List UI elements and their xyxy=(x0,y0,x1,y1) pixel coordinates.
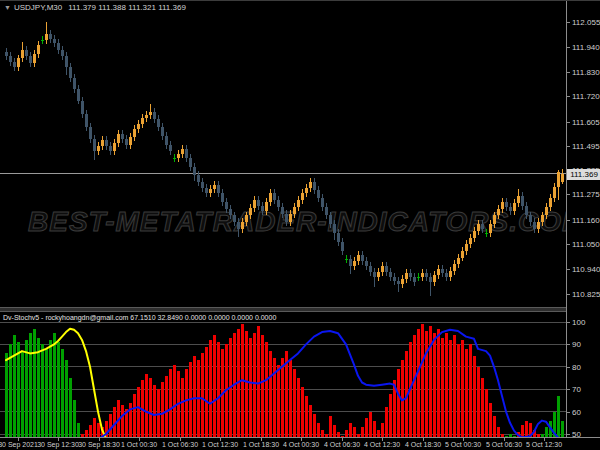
price-axis-tick xyxy=(567,122,570,123)
candlestick-plot xyxy=(0,1,566,307)
time-axis-label: 1 Oct 12:30 xyxy=(202,441,238,448)
time-axis-label: 1 Oct 06:30 xyxy=(162,441,198,448)
price-axis-label: 111.605 xyxy=(572,118,600,127)
indicator-scale-tick xyxy=(567,322,570,323)
price-axis-label: 111.720 xyxy=(572,92,600,101)
price-axis-label: 110.825 xyxy=(572,290,600,299)
price-axis-label: 111.940 xyxy=(572,43,600,52)
pane-splitter[interactable] xyxy=(0,307,600,312)
mt4-chart-window: BEST-METATRADER-INDICATORS.COM ▼USDJPY,M… xyxy=(0,0,600,450)
ohlc-values-label: 111.379 111.388 111.321 111.369 xyxy=(68,3,186,12)
indicator-scale-tick xyxy=(567,367,570,368)
symbol-period-label: USDJPY,M30 xyxy=(14,3,62,12)
histogram-bars xyxy=(5,324,564,437)
time-axis-label: 4 Oct 00:30 xyxy=(283,441,319,448)
indicator-scale-label: 90 xyxy=(572,340,581,349)
indicator-scale-tick xyxy=(567,344,570,345)
price-axis-tick xyxy=(567,47,570,48)
time-axis-label: 30 Sep 2021 xyxy=(0,441,38,448)
price-axis-label: 111.495 xyxy=(572,142,600,151)
price-axis-tick xyxy=(567,244,570,245)
time-axis-label: 1 Oct 00:30 xyxy=(121,441,157,448)
indicator-scale-label: 70 xyxy=(572,385,581,394)
price-axis-tick xyxy=(567,220,570,221)
time-axis-label: 4 Oct 18:30 xyxy=(405,441,441,448)
indicator-scale-tick xyxy=(567,389,570,390)
time-axis-label: 5 Oct 00:30 xyxy=(445,441,481,448)
time-axis-label: 30 Sep 12:30 xyxy=(37,441,79,448)
indicator-scale-label: 80 xyxy=(572,363,581,372)
price-axis-label: 111.830 xyxy=(572,68,600,77)
indicator-plot xyxy=(0,312,566,437)
price-axis-label: 111.275 xyxy=(572,190,600,199)
time-axis[interactable]: 30 Sep 202130 Sep 12:3030 Sep 18:301 Oct… xyxy=(0,437,600,450)
indicator-pane[interactable]: Dv-Stochv5 - rockyhoangdn@gmail.com 67.1… xyxy=(0,312,566,437)
time-axis-label: 30 Sep 18:30 xyxy=(78,441,120,448)
price-axis-label: 110.940 xyxy=(572,265,600,274)
price-axis-tick xyxy=(567,194,570,195)
indicator-scale-label: 100 xyxy=(572,318,585,327)
price-axis-tick xyxy=(567,294,570,295)
time-axis-label: 5 Oct 12:30 xyxy=(526,441,562,448)
price-axis-tick xyxy=(567,96,570,97)
time-axis-label: 5 Oct 06:30 xyxy=(486,441,522,448)
indicator-scale-tick xyxy=(567,412,570,413)
price-axis-label: 112.055 xyxy=(572,18,600,27)
time-axis-label: 4 Oct 12:30 xyxy=(364,441,400,448)
symbol-marker-icon: ▼ xyxy=(4,4,11,11)
price-axis-label: 111.160 xyxy=(572,216,600,225)
price-axis-tick xyxy=(567,269,570,270)
chart-title: ▼USDJPY,M30111.379 111.388 111.321 111.3… xyxy=(4,3,186,12)
price-axis-tick xyxy=(567,72,570,73)
price-axis-tick xyxy=(567,22,570,23)
indicator-scale-label: 60 xyxy=(572,408,581,417)
indicator-scale-tick xyxy=(567,434,570,435)
main-chart-pane[interactable]: BEST-METATRADER-INDICATORS.COM ▼USDJPY,M… xyxy=(0,1,566,307)
price-axis[interactable]: 112.055111.940111.830111.720111.605111.4… xyxy=(566,1,600,437)
time-axis-label: 1 Oct 18:30 xyxy=(243,441,279,448)
indicator-label: Dv-Stochv5 - rockyhoangdn@gmail.com 67.1… xyxy=(3,314,276,321)
time-axis-label: 4 Oct 06:30 xyxy=(324,441,360,448)
candles-layer xyxy=(5,22,564,296)
current-price-badge: 111.369 xyxy=(567,169,600,180)
price-axis-tick xyxy=(567,146,570,147)
price-axis-label: 111.050 xyxy=(572,240,600,249)
